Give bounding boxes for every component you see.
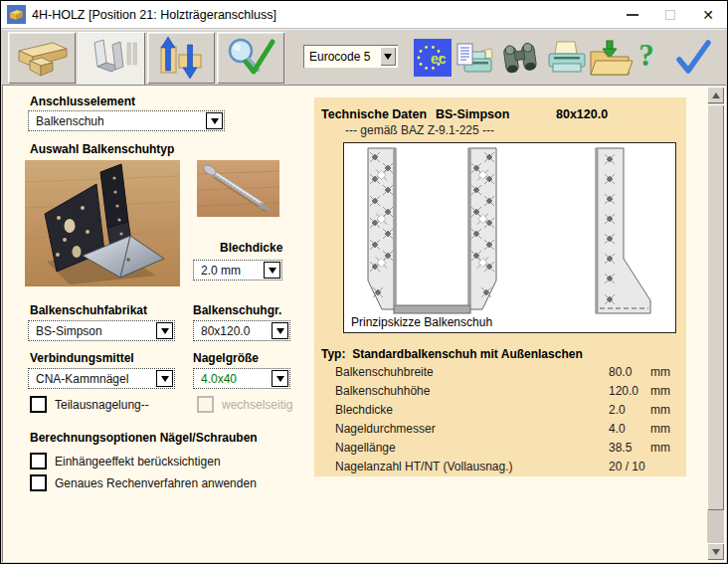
sketch-caption: Prinzipskizze Balkenschuh [351, 315, 492, 329]
joist-hanger-photo [25, 160, 180, 286]
verbindung-label: Verbindungsmittel [30, 351, 134, 365]
table-row: Blechdicke2.0mm [335, 400, 678, 419]
verbindung-value: CNA-Kammnägel [30, 370, 155, 387]
anschlusselement-value: Balkenschuh [30, 112, 205, 129]
toolbar-button-check-magnifier[interactable] [217, 32, 284, 84]
toolbar-save-button[interactable] [587, 39, 633, 79]
fabrikat-value: BS-Simpson [30, 322, 155, 339]
blechdicke-label: Blechdicke [220, 241, 282, 255]
help-icon: ? [638, 38, 654, 74]
auswahl-label: Auswahl Balkenschuhtyp [30, 142, 174, 156]
toolbar-help-button[interactable]: ? [635, 36, 658, 76]
row-unit: mm [650, 403, 678, 417]
nail-photo [197, 160, 279, 217]
anschlusselement-arrow[interactable] [206, 112, 223, 129]
chevron-down-icon [276, 328, 284, 334]
principle-sketch: Prinzipskizze Balkenschuh [343, 142, 676, 333]
checkbox-icon [197, 396, 214, 413]
toolbar-button-joist-hanger[interactable] [78, 32, 145, 87]
row-value: 2.0 [609, 403, 650, 417]
confirm-check-icon [674, 39, 712, 77]
load-arrows-icon [152, 35, 210, 81]
tech-table: Balkenschuhbreite80.0mm Balkenschuhhöhe1… [335, 362, 678, 475]
table-row: Balkenschuhbreite80.0mm [335, 362, 678, 381]
einhaengeeffekt-label: Einhängeeffekt berücksichtigen [55, 455, 221, 469]
nagel-value: 4.0x40 [195, 370, 271, 387]
row-value: 80.0 [609, 365, 650, 379]
row-value: 38.5 [609, 441, 650, 455]
minimize-button[interactable] [614, 2, 651, 28]
row-label: Blechdicke [335, 403, 609, 417]
chevron-down-icon [276, 376, 284, 382]
beam-app-icon [7, 5, 26, 24]
toolbar-button-load-arrows[interactable] [147, 32, 215, 84]
maximize-icon [665, 10, 675, 20]
table-row: Nagellänge38.5mm [335, 438, 678, 457]
code-select-value: Eurocode 5 [305, 47, 380, 66]
toolbar-search-button[interactable] [499, 39, 541, 79]
timber-beams-icon [13, 35, 71, 81]
eurocode-ec-icon: ec [414, 39, 452, 77]
groesse-select[interactable]: 80x120.0 [193, 320, 290, 341]
table-row: Nagelanzahl HT/NT (Vollausnag.)20 / 10 [335, 457, 678, 475]
app-window: 4H-HOLZ [Position 21: Holzträgeranschlus… [0, 0, 728, 564]
scroll-up-button[interactable] [707, 87, 724, 103]
chevron-down-icon [161, 328, 169, 334]
maximize-button[interactable] [651, 2, 689, 28]
close-button[interactable]: ✕ [689, 2, 727, 28]
code-select-arrow[interactable] [380, 47, 396, 66]
groesse-arrow[interactable] [272, 322, 288, 339]
row-label: Nagellänge [335, 441, 609, 455]
teilausnagelung-checkbox[interactable]: Teilausnagelung-- [30, 396, 149, 413]
blechdicke-value: 2.0 mm [195, 262, 263, 279]
row-label: Nageldurchmesser [335, 422, 609, 436]
genaues-verfahren-checkbox[interactable]: Genaues Rechenverfahren anwenden [30, 474, 257, 491]
nagel-arrow[interactable] [272, 370, 288, 387]
row-value: 4.0 [609, 422, 650, 436]
groesse-value: 80x120.0 [195, 322, 271, 339]
row-unit: mm [650, 384, 678, 398]
nagel-label: Nagelgröße [193, 351, 259, 365]
scroll-down-button[interactable] [707, 543, 724, 560]
typ-label: Typ: [321, 347, 345, 361]
toolbar-confirm-button[interactable] [674, 39, 712, 77]
titlebar: 4H-HOLZ [Position 21: Holzträgeranschlus… [1, 1, 727, 29]
wechselseitig-checkbox: wechselseitig [197, 396, 292, 413]
joist-hanger-icon [83, 37, 140, 83]
table-row: Balkenschuhhöhe120.0mm [335, 381, 678, 400]
binoculars-icon [499, 39, 541, 79]
tech-fabrikat: BS-Simpson [436, 107, 509, 121]
genaues-verfahren-label: Genaues Rechenverfahren anwenden [55, 476, 257, 490]
verbindung-select[interactable]: CNA-Kammnägel [28, 368, 175, 389]
joist-hanger-sketch [344, 143, 675, 332]
toolbar-button-timber-beams[interactable] [8, 32, 76, 84]
toolbar-print-preview-button[interactable] [455, 39, 495, 79]
toolbar: Eurocode 5 ec [2, 29, 726, 86]
main-content: Anschlusselement Balkenschuh Auswahl Bal… [2, 85, 726, 562]
toolbar-print-button[interactable] [545, 39, 589, 79]
typ-value: Standardbalkenschuh mit Außenlaschen [352, 347, 583, 361]
close-icon: ✕ [702, 8, 714, 22]
row-unit: mm [650, 422, 678, 436]
fabrikat-label: Balkenschuhfabrikat [30, 303, 147, 317]
check-magnifier-icon [222, 35, 279, 81]
teilausnagelung-label: Teilausnagelung-- [55, 398, 149, 412]
code-select[interactable]: Eurocode 5 [303, 45, 398, 68]
table-row: Nageldurchmesser4.0mm [335, 419, 678, 438]
row-unit: mm [650, 365, 678, 379]
einhaengeeffekt-checkbox[interactable]: Einhängeeffekt berücksichtigen [30, 453, 221, 470]
anschlusselement-select[interactable]: Balkenschuh [28, 110, 225, 131]
tech-size: 80x120.0 [556, 107, 608, 121]
wechselseitig-label: wechselseitig [222, 398, 292, 412]
verbindung-arrow[interactable] [156, 370, 173, 387]
vertical-scrollbar[interactable] [707, 87, 724, 560]
blechdicke-select[interactable]: 2.0 mm [193, 260, 282, 281]
blechdicke-arrow[interactable] [264, 262, 280, 279]
toolbar-ec-button[interactable]: ec [414, 39, 452, 77]
fabrikat-select[interactable]: BS-Simpson [28, 320, 175, 341]
fabrikat-arrow[interactable] [156, 322, 173, 339]
nagel-select[interactable]: 4.0x40 [193, 368, 290, 389]
svg-text:ec: ec [431, 51, 447, 67]
chevron-down-icon [712, 549, 720, 555]
scrollbar-thumb[interactable] [707, 104, 724, 510]
